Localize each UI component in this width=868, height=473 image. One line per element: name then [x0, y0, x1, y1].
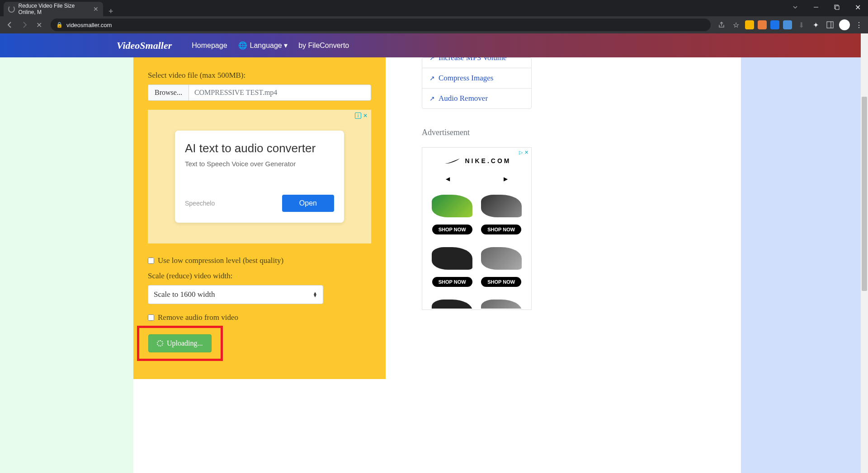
right-background: [741, 57, 861, 473]
ad-subtitle: Text to Speech Voice over Generator: [185, 160, 334, 168]
tab-bar: Reduce Video File Size Online, M ✕ + ✕: [0, 0, 868, 16]
shop-now-button[interactable]: SHOP NOW: [481, 277, 521, 287]
carousel-next-icon[interactable]: ▶: [504, 176, 508, 182]
external-link-icon: ↗: [429, 75, 435, 82]
main-form-card: Select video file (max 500MB): Browse...…: [133, 57, 386, 379]
ad-open-button[interactable]: Open: [282, 195, 334, 212]
upload-button-label: Uploading...: [167, 339, 203, 347]
extension-icon-1[interactable]: [745, 20, 754, 29]
shoe-image: [481, 195, 522, 217]
nav-language[interactable]: Language ▾: [250, 41, 288, 50]
address-bar[interactable]: 🔒 videosmaller.com: [51, 19, 711, 31]
select-file-label: Select video file (max 500MB):: [148, 71, 371, 80]
shop-now-button[interactable]: SHOP NOW: [481, 225, 521, 234]
external-link-icon: ↗: [429, 95, 435, 102]
upload-spinner-icon: [157, 340, 163, 347]
scale-label: Scale (reduce) video width:: [148, 272, 371, 281]
menu-icon[interactable]: ⋮: [854, 19, 864, 30]
side-panel-icon[interactable]: [825, 19, 835, 30]
stop-button[interactable]: ✕: [33, 19, 45, 31]
extension-icon-4[interactable]: [783, 20, 792, 29]
browse-button[interactable]: Browse...: [148, 85, 189, 100]
brand-logo[interactable]: VideoSmaller: [117, 40, 172, 52]
extension-icon-3[interactable]: [770, 20, 779, 29]
back-button[interactable]: [4, 19, 16, 31]
scale-select[interactable]: Scale to 1600 width ▲▼: [148, 285, 323, 304]
nav-homepage[interactable]: Homepage: [192, 42, 227, 50]
new-tab-button[interactable]: +: [103, 7, 119, 16]
nike-swoosh-icon: [443, 157, 461, 165]
sidebar: ↗ Increase MP3 Volume ↗ Compress Images …: [422, 57, 532, 379]
forward-button[interactable]: [18, 19, 31, 31]
nike-ad[interactable]: ▷ ✕ NIKE.COM ◀ ▶ SHOP NOW SHOP NOW: [422, 147, 532, 310]
shoe-image: [432, 300, 472, 309]
inline-ad: i ✕ AI text to audio converter Text to S…: [148, 110, 371, 244]
loading-spinner-icon: [8, 5, 15, 13]
profile-avatar[interactable]: [839, 19, 850, 30]
shoe-image: [432, 247, 472, 270]
browser-tab[interactable]: Reduce Video File Size Online, M ✕: [4, 2, 103, 16]
remove-audio-label: Remove audio from video: [158, 313, 238, 322]
share-icon[interactable]: [716, 19, 727, 30]
maximize-button[interactable]: [826, 0, 847, 14]
scrollbar-thumb[interactable]: [862, 97, 867, 291]
browser-chrome: Reduce Video File Size Online, M ✕ + ✕ ✕…: [0, 0, 868, 33]
svg-rect-2: [835, 6, 839, 9]
advertisement-label: Advertisement: [422, 128, 532, 137]
shop-now-button[interactable]: SHOP NOW: [432, 225, 472, 234]
close-window-button[interactable]: ✕: [847, 0, 868, 14]
shop-now-button[interactable]: SHOP NOW: [432, 277, 472, 287]
extensions-icon[interactable]: ✦: [810, 19, 821, 30]
bookmark-icon[interactable]: ☆: [731, 19, 741, 30]
window-controls: ✕: [785, 0, 868, 14]
close-tab-icon[interactable]: ✕: [93, 5, 99, 13]
low-compression-checkbox[interactable]: [148, 258, 154, 264]
file-input: Browse... COMPRESSIVE TEST.mp4: [148, 84, 371, 101]
ad-close-icon[interactable]: ✕: [362, 112, 368, 119]
shoe-image: [481, 300, 522, 309]
carousel-prev-icon[interactable]: ◀: [446, 176, 450, 182]
related-links: ↗ Increase MP3 Volume ↗ Compress Images …: [422, 57, 532, 109]
ad-info-icon[interactable]: i: [355, 112, 361, 119]
upload-button[interactable]: Uploading...: [148, 334, 212, 352]
translate-icon: 🌐: [238, 41, 247, 50]
scrollbar-track[interactable]: [861, 33, 868, 473]
lock-icon: 🔒: [56, 22, 63, 28]
ad-brand: Speechelo: [185, 200, 215, 207]
url-text: videosmaller.com: [66, 22, 112, 28]
site-header: VideoSmaller Homepage 🌐 Language ▾ by Fi…: [0, 33, 861, 57]
selected-filename: COMPRESSIVE TEST.mp4: [189, 85, 283, 100]
upload-highlight: Uploading...: [137, 326, 223, 361]
shoe-image: [432, 195, 472, 217]
shoe-image: [481, 247, 522, 270]
link-compress-images[interactable]: ↗ Compress Images: [422, 68, 531, 89]
ad-title: AI text to audio converter: [185, 141, 334, 155]
low-compression-label: Use low compression level (best quality): [158, 256, 283, 265]
ad-close-icon[interactable]: ✕: [524, 150, 528, 155]
page-content: VideoSmaller Homepage 🌐 Language ▾ by Fi…: [0, 33, 868, 473]
link-audio-remover[interactable]: ↗ Audio Remover: [422, 89, 531, 108]
remove-audio-checkbox[interactable]: [148, 314, 154, 321]
left-background: [0, 57, 133, 473]
ad-marker-icon[interactable]: ▷: [519, 150, 523, 155]
download-icon[interactable]: ⬇: [796, 19, 807, 30]
svg-rect-3: [827, 22, 833, 28]
nav-fileconverto[interactable]: by FileConverto: [298, 42, 349, 50]
extension-icon-2[interactable]: [758, 20, 767, 29]
browser-toolbar: ✕ 🔒 videosmaller.com ☆ ⬇ ✦ ⋮: [0, 16, 868, 33]
tab-title: Reduce Video File Size Online, M: [19, 3, 90, 15]
tab-search-icon[interactable]: [785, 0, 806, 14]
select-arrows-icon: ▲▼: [313, 292, 317, 297]
nike-brand-text: NIKE.COM: [465, 157, 511, 164]
minimize-button[interactable]: [806, 0, 826, 14]
scale-value: Scale to 1600 width: [154, 290, 215, 299]
